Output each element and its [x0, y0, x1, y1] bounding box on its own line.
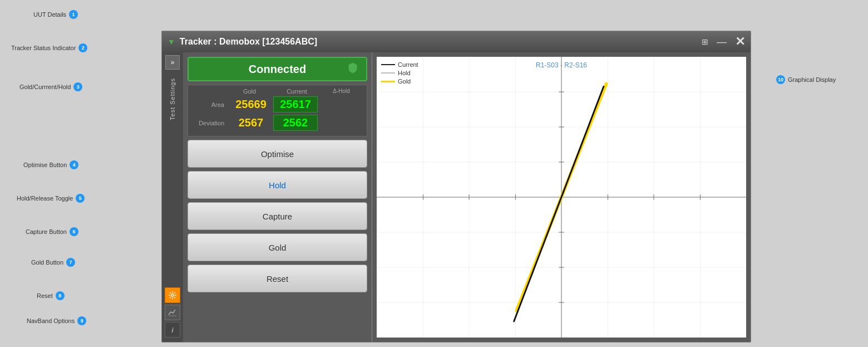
graph-legend: Current Hold Gold	[381, 61, 418, 85]
window-title: Tracker : Demobox [123456ABC]	[180, 37, 317, 47]
annotation-badge-3: 3	[73, 82, 82, 91]
hold-button[interactable]: Hold	[188, 171, 367, 199]
tracker-status-indicator: ▼	[167, 37, 175, 46]
annotation-5: Hold/Release Toggle 5	[17, 194, 85, 203]
annotation-label-7: Gold Button	[31, 259, 63, 266]
close-button[interactable]: ✕	[735, 35, 745, 49]
annotation-4: Optimise Button 4	[23, 160, 78, 169]
connection-status-bar: Connected	[188, 57, 367, 81]
deviation-gold-value: 2567	[229, 115, 273, 130]
pin-button[interactable]: ⊞	[702, 37, 708, 46]
annotation-label-1: UUT Details	[33, 11, 66, 18]
annotation-badge-10: 10	[776, 75, 785, 84]
svg-line-8	[170, 297, 171, 298]
annotation-6: Capture Button 6	[26, 227, 78, 236]
svg-point-0	[171, 294, 174, 296]
settings-icon-button[interactable]	[165, 287, 180, 303]
legend-current: Current	[381, 61, 418, 68]
area-current-value: 25617	[273, 96, 318, 113]
capture-button[interactable]: Capture	[188, 202, 367, 230]
svg-line-6	[174, 297, 175, 298]
annotation-badge-7: 7	[66, 258, 75, 267]
connected-icon	[346, 61, 359, 77]
col-header-delta: Δ-Hold	[320, 88, 362, 95]
deviation-current-value: 2562	[273, 115, 318, 131]
annotation-label-9: NavBand Options	[27, 317, 75, 324]
graph-title: R1-S03 - R2-S16	[536, 61, 587, 69]
left-panel: » Test Settings	[162, 52, 183, 342]
annotation-10: 10 Graphical Display	[776, 75, 836, 84]
annotation-badge-5: 5	[76, 194, 85, 203]
minimize-button[interactable]: —	[717, 36, 727, 48]
legend-hold: Hold	[381, 70, 418, 76]
legend-gold: Gold	[381, 78, 418, 85]
annotation-9: NavBand Options 9	[27, 316, 86, 325]
annotation-label-3: Gold/Currrent/Hold	[19, 84, 71, 90]
deviation-delta-value	[318, 122, 362, 124]
annotation-badge-1: 1	[69, 10, 78, 19]
annotation-label-10: Graphical Display	[788, 76, 836, 83]
area-gold-value: 25669	[229, 97, 273, 112]
title-bar: ▼ Tracker : Demobox [123456ABC] ⊞ — ✕	[162, 31, 751, 52]
svg-line-7	[174, 292, 175, 294]
annotation-badge-2: 2	[78, 43, 87, 52]
graph-panel: Current Hold Gold R1-S03 - R2-S16	[377, 57, 746, 338]
annotation-7: Gold Button 7	[31, 258, 75, 267]
data-grid-header: Gold Current Δ-Hold	[193, 88, 362, 95]
annotation-label-4: Optimise Button	[23, 162, 67, 168]
annotation-label-6: Capture Button	[26, 228, 67, 235]
col-header-gold: Gold	[226, 88, 273, 95]
annotation-label-2: Tracker Status Indicator	[11, 45, 76, 51]
graph-display	[377, 57, 746, 338]
annotation-1: UUT Details 1	[33, 10, 78, 19]
window-controls: ⊞ — ✕	[702, 35, 745, 49]
annotation-2: Tracker Status Indicator 2	[11, 43, 87, 52]
annotation-badge-8: 8	[56, 291, 65, 300]
data-grid: Gold Current Δ-Hold Area 25669 25617 Dev…	[188, 85, 367, 136]
control-panel: Connected Gold Current Δ-Hold Area	[183, 52, 372, 342]
area-delta-value	[318, 104, 362, 106]
reset-button[interactable]: Reset	[188, 265, 367, 292]
gold-button[interactable]: Gold	[188, 233, 367, 261]
annotation-label-8: Reset	[37, 292, 53, 299]
annotation-badge-6: 6	[70, 227, 78, 236]
svg-line-5	[170, 292, 171, 294]
svg-line-39	[514, 86, 604, 321]
annotation-badge-9: 9	[77, 316, 86, 325]
annotation-8: Reset 8	[37, 291, 65, 300]
info-icon-button[interactable]: i	[165, 322, 180, 338]
expand-button[interactable]: »	[165, 55, 180, 70]
annotation-badge-4: 4	[70, 160, 78, 169]
connected-label: Connected	[249, 63, 306, 76]
legend-gold-line	[381, 81, 395, 82]
optimise-button[interactable]: Optimise	[188, 140, 367, 168]
col-header-current: Current	[273, 88, 320, 95]
chart-icon-button[interactable]	[165, 305, 180, 320]
annotation-3: Gold/Currrent/Hold 3	[19, 82, 82, 91]
deviation-data-row: Deviation 2567 2562	[193, 115, 362, 131]
deviation-label: Deviation	[193, 120, 229, 126]
legend-current-line	[381, 64, 395, 65]
content-area: » Test Settings	[162, 52, 751, 342]
area-data-row: Area 25669 25617	[193, 96, 362, 113]
legend-hold-line	[381, 72, 395, 74]
area-label: Area	[193, 101, 229, 108]
annotation-label-5: Hold/Release Toggle	[17, 195, 73, 202]
test-settings-tab: Test Settings	[169, 78, 176, 120]
main-window: ▼ Tracker : Demobox [123456ABC] ⊞ — ✕ » …	[161, 31, 751, 343]
